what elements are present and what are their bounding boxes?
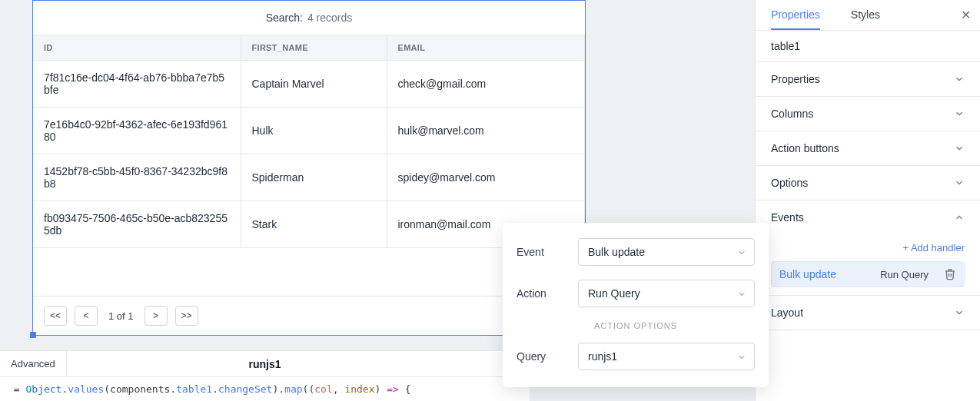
handler-action-label: Run Query: [880, 269, 929, 280]
chevron-down-icon: [737, 352, 746, 361]
cell-first-name[interactable]: Spiderman: [241, 154, 387, 201]
chevron-down-icon: [737, 289, 746, 298]
page-prev-button[interactable]: <: [75, 306, 98, 326]
cell-id[interactable]: fb093475-7506-465c-b50e-acb8232555db: [33, 201, 241, 248]
column-header-email[interactable]: EMAIL: [387, 35, 585, 61]
query-select-value: runjs1: [588, 350, 617, 363]
action-select[interactable]: Run Query: [578, 280, 755, 307]
page-last-button[interactable]: >>: [175, 306, 198, 326]
column-header-id[interactable]: ID: [33, 35, 241, 61]
cell-id[interactable]: 7f81c16e-dc04-4f64-ab76-bbba7e7b5bfe: [33, 61, 241, 108]
page-next-button[interactable]: >: [145, 306, 168, 326]
popover-section-label: ACTION OPTIONS: [517, 321, 755, 330]
chevron-down-icon: [954, 74, 965, 85]
table-header-row: ID FIRST_NAME EMAIL: [33, 35, 585, 61]
section-events[interactable]: Events: [756, 200, 980, 234]
tab-advanced[interactable]: Advanced: [0, 351, 67, 376]
cell-id[interactable]: 1452bf78-c5bb-45f0-8367-34232bc9f8b8: [33, 154, 241, 201]
cell-first-name[interactable]: Hulk: [241, 108, 387, 154]
add-handler-button[interactable]: + Add handler: [902, 242, 965, 254]
tab-styles[interactable]: Styles: [851, 0, 880, 30]
record-count: 4 records: [307, 12, 352, 24]
section-label: Events: [771, 211, 804, 224]
inspector-panel: Properties Styles ✕ table1 Properties Co…: [755, 0, 980, 401]
tab-properties[interactable]: Properties: [771, 0, 820, 30]
chevron-down-icon: [954, 108, 965, 119]
table-row[interactable]: 7f81c16e-dc04-4f64-ab76-bbba7e7b5bfe Cap…: [33, 61, 585, 108]
section-action-buttons[interactable]: Action buttons: [756, 131, 980, 166]
cell-email[interactable]: spidey@marvel.com: [387, 154, 585, 201]
event-handler-row[interactable]: Bulk update Run Query: [771, 261, 965, 287]
table-row[interactable]: 1452bf78-c5bb-45f0-8367-34232bc9f8b8 Spi…: [33, 154, 585, 201]
cell-id[interactable]: 7e16b4c0-92bf-4362-afec-6e193fd96180: [33, 108, 241, 154]
chevron-down-icon: [954, 307, 965, 318]
chevron-down-icon: [954, 143, 965, 154]
cell-email[interactable]: check@gmail.com: [387, 61, 585, 108]
section-label: Options: [771, 177, 808, 189]
cell-first-name[interactable]: Stark: [241, 201, 387, 248]
event-select-value: Bulk update: [588, 246, 645, 258]
section-properties[interactable]: Properties: [756, 62, 980, 97]
page-first-button[interactable]: <<: [44, 306, 67, 326]
handler-event-label: Bulk update: [779, 268, 865, 280]
popover-label-event: Event: [517, 246, 566, 258]
event-handler-popover: Event Bulk update Action Run Query ACTIO…: [503, 223, 769, 387]
close-icon[interactable]: ✕: [958, 8, 972, 22]
chevron-down-icon: [737, 247, 746, 257]
section-label: Properties: [771, 73, 820, 85]
query-panel: Advanced runjs1 = Object.values(componen…: [0, 350, 530, 401]
trash-icon[interactable]: [944, 268, 956, 280]
event-select[interactable]: Bulk update: [578, 238, 755, 266]
code-editor[interactable]: = Object.values(components.table1.change…: [0, 377, 530, 401]
search-label: Search:: [266, 12, 303, 24]
section-label: Action buttons: [771, 142, 839, 154]
action-select-value: Run Query: [588, 287, 640, 300]
query-title: runjs1: [248, 358, 281, 370]
cell-email[interactable]: hulk@marvel.com: [387, 108, 585, 154]
selection-handle-icon[interactable]: [30, 332, 36, 338]
table-row[interactable]: 7e16b4c0-92bf-4362-afec-6e193fd96180 Hul…: [33, 108, 585, 154]
component-name[interactable]: table1: [756, 31, 980, 62]
table-search-bar[interactable]: Search: 4 records: [33, 1, 585, 35]
section-options[interactable]: Options: [756, 166, 980, 200]
section-label: Columns: [771, 108, 813, 120]
table-row[interactable]: fb093475-7506-465c-b50e-acb8232555db Sta…: [33, 201, 585, 248]
query-select[interactable]: runjs1: [578, 343, 755, 370]
data-table: ID FIRST_NAME EMAIL 7f81c16e-dc04-4f64-a…: [33, 35, 585, 248]
events-body: + Add handler Bulk update Run Query: [756, 234, 980, 296]
page-info: 1 of 1: [105, 310, 137, 322]
section-label: Layout: [771, 307, 803, 319]
section-columns[interactable]: Columns: [756, 97, 980, 131]
column-header-first-name[interactable]: FIRST_NAME: [241, 35, 387, 61]
popover-label-query: Query: [517, 350, 566, 363]
popover-label-action: Action: [517, 287, 566, 300]
section-layout[interactable]: Layout: [756, 296, 980, 330]
chevron-down-icon: [954, 177, 965, 188]
cell-first-name[interactable]: Captain Marvel: [241, 61, 387, 108]
chevron-up-icon: [954, 212, 965, 223]
